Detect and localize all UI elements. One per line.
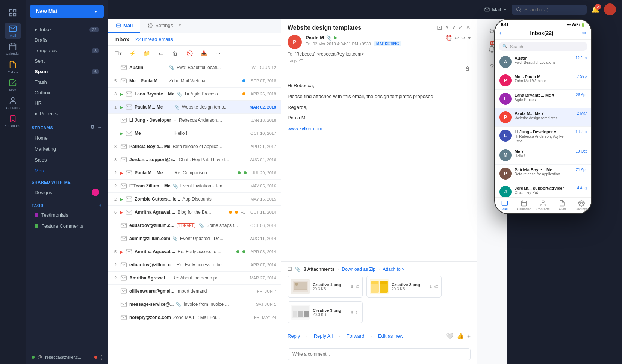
mail-item-eduardov[interactable]: eduardov@zillum.c... 1 DRAFT 📎 Some snap… xyxy=(108,219,281,232)
edit-as-new-button[interactable]: Edit as new xyxy=(378,333,403,339)
mail-item-amritha3[interactable]: 2 Amritha Agrawal.... Re: About the demo… xyxy=(108,272,281,285)
nav-item-outbox[interactable]: Outbox xyxy=(29,88,105,98)
tab-settings[interactable]: Settings ✕ xyxy=(140,19,189,33)
sidebar-item-calendar[interactable]: Calendar xyxy=(5,41,21,57)
nav-item-designs[interactable]: Designs xyxy=(29,186,105,198)
phone-mail-item-patricia[interactable]: P Patricia Boyle... Me Beta release for … xyxy=(495,165,591,183)
new-mail-button[interactable]: New Mail ▼ xyxy=(30,5,104,18)
phone-mail-item-lana[interactable]: L Lana Bryante... Me ▾ Agile Process 26 … xyxy=(495,90,591,108)
nav-item-sent[interactable]: Sent xyxy=(29,56,105,66)
archive-button[interactable]: 📥 xyxy=(198,48,209,59)
phone-compose-icon[interactable]: ✏ xyxy=(582,30,587,36)
close-email-icon[interactable]: ✕ xyxy=(466,24,471,31)
mail-item-me-paulam[interactable]: 5 Me... Paula M Zoho Mail Webinar SEP 07… xyxy=(108,74,281,88)
nav-item-feature-comments[interactable]: Feature Comments xyxy=(29,221,105,231)
add-emoji[interactable]: + xyxy=(467,333,471,340)
nav-item-drafts[interactable]: Drafts xyxy=(29,35,105,45)
mail-item-patricia[interactable]: 3 Patricia Boyle... Me Beta release of a… xyxy=(108,140,281,153)
next-email-icon[interactable]: ∨ xyxy=(452,24,456,31)
nav-item-more[interactable]: More .. xyxy=(29,166,105,176)
mail-item-austin[interactable]: Austin 📎 Fwd: Beautiful locati... WED JU… xyxy=(108,61,281,74)
checkbox-icon[interactable]: ☐ xyxy=(288,266,292,272)
attachment-creative3[interactable]: Creative 3.png 20.3 KB ⬇ 🏷 xyxy=(288,301,363,323)
streams-settings-icon[interactable]: ⚙ xyxy=(90,124,95,131)
reply-all-button[interactable]: Reply All xyxy=(314,333,333,339)
tags-add-icon-small[interactable]: 🏷 xyxy=(298,58,303,63)
mail-item-amritha2[interactable]: 5 ▶ Amritha Agrawal.... Re: Early access… xyxy=(108,245,281,258)
collapse-icon[interactable]: ⟨ xyxy=(100,354,102,360)
delete-button[interactable]: 🗑 xyxy=(170,48,180,59)
attachment-creative1[interactable]: Creative 1.png 20.3 KB ⬇ 🏷 xyxy=(288,276,363,298)
mail-item-itteam[interactable]: 2 ITTeam Zillum... Me 📎 Event Invitation… xyxy=(108,180,281,193)
nav-item-trash[interactable]: Trash xyxy=(29,77,105,87)
phone-search-bar[interactable]: 🔍 Search xyxy=(499,42,587,51)
sidebar-item-bookmarks[interactable]: Bookmarks xyxy=(5,113,21,129)
mail-dropdown[interactable]: Mail ▼ xyxy=(484,7,507,12)
print-icon[interactable]: 🖨 xyxy=(465,65,471,71)
tag-icon-2[interactable]: 🏷 xyxy=(434,284,438,289)
phone-bottom-files[interactable]: Files xyxy=(553,200,572,211)
forward-button[interactable]: Forward xyxy=(347,333,365,339)
nav-item-spam[interactable]: Spam 6 xyxy=(29,66,105,77)
sidebar-item-notes[interactable]: More .. xyxy=(5,59,21,75)
phone-mail-item-lijung[interactable]: L Li Jung - Developer ▾ Hi Rebecca Ander… xyxy=(495,127,591,146)
nav-item-sales[interactable]: Sales xyxy=(29,155,105,165)
nav-item-home[interactable]: Home xyxy=(29,133,105,143)
mail-item-jordan[interactable]: 3 Jordan... support@z... Chat : Hey Pat,… xyxy=(108,153,281,166)
spam-button[interactable]: 🚫 xyxy=(184,48,195,59)
mail-item-me[interactable]: ▶ Me Hello ! OCT 10, 2017 xyxy=(108,127,281,140)
nav-item-projects[interactable]: ▶ Projects xyxy=(29,109,105,119)
mail-item-paulam-active[interactable]: 1 ▶ Paula M... Me 📎 Website design temp.… xyxy=(108,101,281,114)
more-actions-icon[interactable]: ▾ xyxy=(468,35,471,41)
streams-add-icon[interactable]: ＋ xyxy=(97,124,103,131)
phone-bottom-mail[interactable]: Mail xyxy=(495,200,514,211)
phone-mail-item-paulam[interactable]: P Me... Paula M Zoho Mail Webinar 7 Sep xyxy=(495,71,591,90)
label-button[interactable]: 🏷 xyxy=(156,48,166,59)
sidebar-item-mail[interactable]: Mail xyxy=(5,23,21,39)
nav-item-marketing[interactable]: Marketing xyxy=(29,144,105,154)
mail-item-zombie[interactable]: 2 ▶ Zombie Cutters... le... App Discount… xyxy=(108,193,281,206)
reply-button[interactable]: Reply xyxy=(288,333,300,339)
phone-bottom-contacts[interactable]: Contacts xyxy=(533,200,552,211)
thumbs-emoji[interactable]: 👍 xyxy=(457,332,464,340)
attach-to-link[interactable]: Attach to > xyxy=(383,267,404,272)
open-new-icon[interactable]: ⤢ xyxy=(459,24,463,31)
mail-item-noreply[interactable]: noreply@zoho.com Zoho MAIL :: Mail For..… xyxy=(108,311,281,324)
download-icon[interactable]: ⬇ xyxy=(350,284,354,289)
settings-tab-close[interactable]: ✕ xyxy=(178,23,182,28)
mail-item-paulam2[interactable]: 2 ▶ Paula M... Me Re: Comparison ... JUL… xyxy=(108,166,281,180)
phone-bottom-settings[interactable]: Settings xyxy=(572,200,591,211)
nav-item-hr[interactable]: HR xyxy=(29,98,105,108)
phone-mail-item-me[interactable]: M Me ▾ Hello ! 10 Oct xyxy=(495,146,591,165)
mail-item-amritha[interactable]: 6 ▶ Amritha Agrawal.... Blog for the Be.… xyxy=(108,206,281,219)
filter-button[interactable]: ⚡ xyxy=(127,48,138,59)
tag-icon-3[interactable]: 🏷 xyxy=(355,310,359,315)
download-zip-link[interactable]: Download as Zip xyxy=(342,267,375,272)
user-avatar[interactable] xyxy=(604,3,616,15)
phone-mail-item-austin[interactable]: A Austin Fwd: Beautiful Locations 12 Jun xyxy=(495,53,591,71)
phone-bottom-calendar[interactable]: Calendar xyxy=(514,200,533,211)
select-all-button[interactable]: ☐▾ xyxy=(113,48,123,59)
mail-item-olil[interactable]: olilienwuaru@gmai... Import demand FRI J… xyxy=(108,285,281,298)
notifications-button[interactable]: 🔔 2 xyxy=(591,5,599,14)
mail-item-lana[interactable]: 3 ▶ Lana Bryante... Me 📎 1= Agile Proces… xyxy=(108,88,281,101)
reply-icon[interactable]: ↩ xyxy=(454,35,459,41)
sidebar-item-tasks[interactable]: Tasks xyxy=(5,77,21,93)
attachment-creative2[interactable]: Creative 2.png 20.3 KB ⬇ 🏷 xyxy=(366,276,442,298)
more-options-button[interactable]: ⋯ xyxy=(213,48,223,59)
tags-add-icon[interactable]: ＋ xyxy=(98,202,103,208)
sidebar-item-contacts[interactable]: Contacts xyxy=(5,95,21,111)
mail-item-eduardov2[interactable]: 2 eduardov@zillum.c... Re: Early access … xyxy=(108,258,281,272)
app-grid-icon[interactable] xyxy=(5,5,21,21)
phone-mail-item-jordan[interactable]: J Jordan... support@zylker Chat: Hey Pat… xyxy=(495,183,591,197)
tag-icon[interactable]: 🏷 xyxy=(355,284,359,289)
mail-item-admin[interactable]: admin@zillum.com 📎 Event Updated - De...… xyxy=(108,232,281,245)
mail-item-lijung[interactable]: Li Jung - Developer Hi Rebecca Anderson,… xyxy=(108,114,281,127)
email-link[interactable]: www.zylker.com xyxy=(288,126,322,131)
prev-email-icon[interactable]: ∧ xyxy=(445,24,449,31)
tab-mail[interactable]: Mail xyxy=(108,19,140,33)
heart-emoji[interactable]: 🤍 xyxy=(446,332,454,340)
phone-mail-item-paulam-design[interactable]: P Paula M... Me ▾ Website design templat… xyxy=(495,108,591,127)
nav-item-testimonials[interactable]: Testimonials xyxy=(29,210,105,220)
mail-item-message[interactable]: message-service@... 📎 Invoice from Invoi… xyxy=(108,298,281,311)
